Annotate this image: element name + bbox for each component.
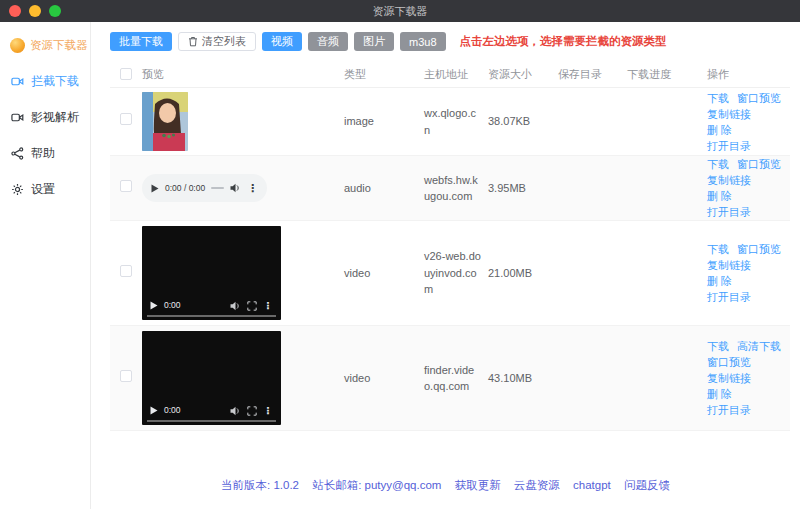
sidebar-item-label: 拦截下载: [31, 73, 79, 90]
kebab-menu-icon[interactable]: ⋮: [263, 298, 273, 313]
preview-cell: 0:00⋮: [142, 326, 344, 430]
resource-table: 预览 类型 主机地址 资源大小 保存目录 下载进度 操作 imagewx.qlo…: [110, 62, 790, 431]
play-icon[interactable]: [151, 184, 159, 193]
type-cell: video: [344, 370, 424, 387]
size-cell: 21.00MB: [488, 265, 558, 282]
column-header-progress: 下载进度: [627, 67, 683, 82]
fullscreen-icon[interactable]: [247, 301, 257, 311]
action-link[interactable]: 删 除: [707, 124, 732, 136]
size-cell: 43.10MB: [488, 370, 558, 387]
action-link[interactable]: 窗口预览: [737, 92, 781, 104]
toolbar: 批量下载 清空列表 视频 音频 图片 m3u8 点击左边选项，选择需要拦截的资源…: [110, 32, 790, 51]
filter-image-button[interactable]: 图片: [354, 32, 394, 51]
action-link[interactable]: 下载: [707, 158, 729, 170]
orange-logo-icon: [10, 38, 25, 53]
sidebar: 资源下载器 拦截下载 影视解析 帮助 设置: [0, 22, 91, 509]
action-link[interactable]: 窗口预览: [737, 243, 781, 255]
column-header-type: 类型: [344, 67, 424, 82]
titlebar: 资源下载器: [0, 0, 800, 22]
select-all-checkbox[interactable]: [120, 68, 132, 80]
row-checkbox[interactable]: [120, 370, 132, 382]
share-icon: [11, 147, 24, 160]
fullscreen-icon[interactable]: [247, 406, 257, 416]
footer: 当前版本: 1.0.2 站长邮箱: putyy@qq.com 获取更新 云盘资源…: [91, 478, 800, 493]
gear-icon: [11, 183, 24, 196]
action-link[interactable]: 删 除: [707, 388, 732, 400]
action-link[interactable]: 高清下载: [737, 340, 781, 352]
sidebar-item-label: 影视解析: [31, 109, 79, 126]
sidebar-item-settings[interactable]: 设置: [0, 182, 90, 197]
type-cell: audio: [344, 180, 424, 197]
filter-video-button[interactable]: 视频: [262, 32, 302, 51]
audio-time: 0:00 / 0:00: [165, 182, 205, 195]
audio-progress-bar[interactable]: [211, 187, 224, 189]
email-label: 站长邮箱: putyy@qq.com: [312, 479, 441, 491]
actions-cell: 下载窗口预览复制链接删 除打开目录: [683, 90, 790, 154]
play-icon[interactable]: [150, 301, 158, 310]
clear-list-label: 清空列表: [202, 34, 246, 49]
kebab-menu-icon[interactable]: ⋮: [263, 403, 273, 418]
sidebar-item-label: 设置: [31, 181, 55, 198]
table-row: 0:00⋮videofinder.video.qq.com43.10MB下载高清…: [110, 326, 790, 431]
video-time: 0:00: [164, 299, 181, 312]
size-cell: 38.07KB: [488, 113, 558, 130]
footer-link-get-update[interactable]: 获取更新: [455, 479, 501, 491]
action-link[interactable]: 复制链接: [707, 259, 751, 271]
footer-link-feedback[interactable]: 问题反馈: [624, 479, 670, 491]
host-cell: v26-web.douyinvod.com: [424, 248, 488, 298]
video-progress-bar[interactable]: [147, 315, 276, 317]
table-row: 0:00⋮videov26-web.douyinvod.com21.00MB下载…: [110, 221, 790, 326]
row-checkbox[interactable]: [120, 265, 132, 277]
action-link[interactable]: 复制链接: [707, 174, 751, 186]
sidebar-item-label: 帮助: [31, 145, 55, 162]
action-link[interactable]: 下载: [707, 340, 729, 352]
play-icon[interactable]: [150, 406, 158, 415]
audio-player[interactable]: 0:00 / 0:00⋮: [142, 174, 267, 202]
video-parse-icon: [11, 111, 24, 124]
app-window: 资源下载器 资源下载器 拦截下载 影视解析 帮助 设置: [0, 0, 800, 509]
footer-link-cloud-resources[interactable]: 云盘资源: [514, 479, 560, 491]
host-cell: finder.video.qq.com: [424, 362, 488, 395]
image-preview[interactable]: [142, 92, 188, 151]
action-link[interactable]: 打开目录: [707, 404, 751, 416]
sidebar-item-intercept-download[interactable]: 拦截下载: [0, 74, 90, 89]
action-link[interactable]: 打开目录: [707, 291, 751, 303]
row-checkbox[interactable]: [120, 180, 132, 192]
batch-download-button[interactable]: 批量下载: [110, 32, 172, 51]
clear-list-button[interactable]: 清空列表: [178, 32, 256, 51]
video-player[interactable]: 0:00⋮: [142, 331, 281, 425]
type-cell: video: [344, 265, 424, 282]
preview-cell: [142, 88, 344, 155]
action-link[interactable]: 复制链接: [707, 372, 751, 384]
action-link[interactable]: 窗口预览: [737, 158, 781, 170]
video-player[interactable]: 0:00⋮: [142, 226, 281, 320]
action-link[interactable]: 窗口预览: [707, 356, 751, 368]
action-link[interactable]: 删 除: [707, 275, 732, 287]
filter-audio-button[interactable]: 音频: [308, 32, 348, 51]
footer-link-chatgpt[interactable]: chatgpt: [573, 479, 611, 491]
sidebar-item-help[interactable]: 帮助: [0, 146, 90, 161]
filter-m3u8-button[interactable]: m3u8: [400, 32, 446, 51]
host-cell: webfs.hw.kugou.com: [424, 172, 488, 205]
volume-icon[interactable]: [230, 183, 241, 193]
kebab-menu-icon[interactable]: ⋮: [247, 180, 258, 197]
video-progress-bar[interactable]: [147, 420, 276, 422]
sidebar-item-video-parse[interactable]: 影视解析: [0, 110, 90, 125]
main-panel: 批量下载 清空列表 视频 音频 图片 m3u8 点击左边选项，选择需要拦截的资源…: [91, 22, 800, 509]
preview-cell: 0:00 / 0:00⋮: [142, 174, 344, 202]
action-link[interactable]: 复制链接: [707, 108, 751, 120]
action-link[interactable]: 打开目录: [707, 206, 751, 218]
action-link[interactable]: 下载: [707, 92, 729, 104]
table-body: imagewx.qlogo.cn38.07KB下载窗口预览复制链接删 除打开目录…: [110, 88, 790, 431]
volume-icon[interactable]: [230, 406, 241, 416]
row-checkbox[interactable]: [120, 113, 132, 125]
trash-icon: [188, 36, 198, 47]
intercept-download-icon: [11, 75, 24, 88]
action-link[interactable]: 删 除: [707, 190, 732, 202]
action-link[interactable]: 打开目录: [707, 140, 751, 152]
column-header-size: 资源大小: [488, 67, 558, 82]
video-time: 0:00: [164, 404, 181, 417]
action-link[interactable]: 下载: [707, 243, 729, 255]
toolbar-tip-text: 点击左边选项，选择需要拦截的资源类型: [460, 34, 667, 49]
volume-icon[interactable]: [230, 301, 241, 311]
